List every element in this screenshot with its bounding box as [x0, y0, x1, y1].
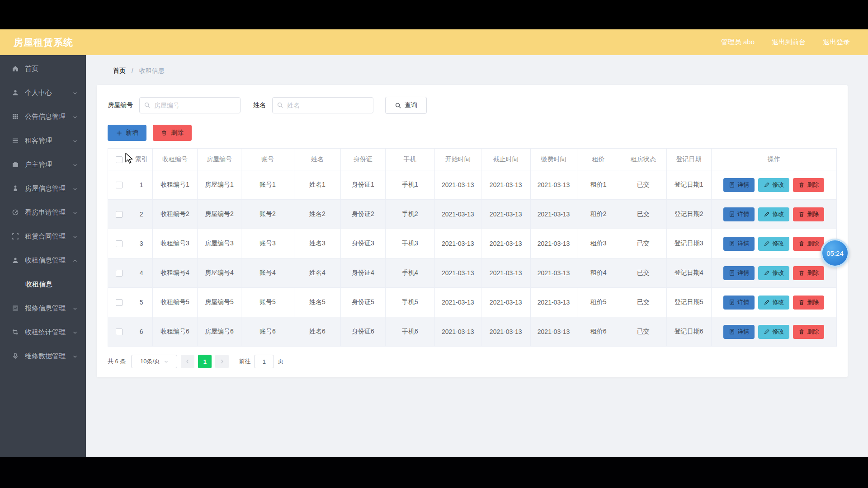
table-cell: 收租编号1	[152, 170, 197, 200]
gauge-icon	[12, 209, 19, 216]
table-row: 6收租编号6房屋编号6账号6姓名6身份证6手机62021-03-132021-0…	[108, 317, 837, 347]
edit-button[interactable]: 修改	[758, 207, 789, 221]
row-checkbox[interactable]	[116, 240, 123, 247]
sidebar-item[interactable]: 首页	[0, 57, 86, 81]
row-checkbox[interactable]	[116, 182, 123, 188]
row-checkbox[interactable]	[116, 270, 123, 277]
edit-button[interactable]: 修改	[758, 266, 789, 280]
sidebar-item-label: 收租信息管理	[25, 256, 66, 265]
row-delete-button[interactable]: 删除	[793, 325, 824, 339]
table-cell: 2	[130, 200, 152, 229]
column-header: 操作	[711, 149, 836, 170]
next-page-button[interactable]	[215, 355, 229, 368]
sidebar-item[interactable]: 收租信息管理	[0, 249, 86, 272]
row-delete-button[interactable]: 删除	[793, 178, 824, 192]
edit-button[interactable]: 修改	[758, 178, 789, 192]
table-cell: 2021-03-13	[434, 229, 481, 258]
row-delete-button[interactable]: 删除	[793, 207, 824, 221]
sidebar-subitem-active[interactable]: 收租信息	[0, 272, 86, 296]
row-delete-button[interactable]: 删除	[793, 296, 824, 310]
column-header: 收租编号	[152, 149, 197, 170]
detail-button[interactable]: 详情	[723, 296, 755, 310]
prev-page-button[interactable]	[181, 355, 194, 368]
detail-button[interactable]: 详情	[723, 178, 755, 192]
sidebar-item[interactable]: 收租统计管理	[0, 320, 86, 344]
table-cell: 登记日期6	[666, 317, 711, 347]
briefcase-icon	[12, 161, 19, 169]
row-delete-button[interactable]: 删除	[793, 237, 824, 251]
table-cell: 身份证5	[340, 288, 385, 317]
action-label: 修改	[772, 328, 784, 336]
action-label: 修改	[772, 298, 784, 306]
page-number-button[interactable]: 1	[198, 355, 212, 368]
table-cell: 账号4	[241, 258, 294, 288]
table-cell: 2021-03-13	[434, 317, 481, 347]
sidebar-item[interactable]: 公告信息管理	[0, 105, 86, 129]
add-button[interactable]: 新增	[108, 125, 146, 141]
row-checkbox[interactable]	[116, 328, 123, 335]
sidebar-item[interactable]: 租赁合同管理	[0, 225, 86, 249]
table-cell: 1	[130, 170, 152, 200]
action-label: 删除	[807, 328, 819, 336]
select-all-checkbox[interactable]	[116, 156, 123, 163]
table-cell: 2021-03-13	[530, 170, 577, 200]
table-cell: 收租编号5	[152, 288, 197, 317]
header-link-logout[interactable]: 退出登录	[823, 38, 850, 47]
sidebar-item-label: 收租信息	[25, 280, 52, 289]
sidebar-item[interactable]: 租客管理	[0, 129, 86, 153]
chevron-down-icon	[72, 306, 78, 311]
header-link-front[interactable]: 退出到前台	[772, 38, 806, 47]
sidebar-item[interactable]: 房屋信息管理	[0, 177, 86, 201]
sidebar-item-label: 个人中心	[25, 89, 52, 97]
detail-button[interactable]: 详情	[723, 266, 755, 280]
table-cell: 姓名1	[294, 170, 340, 200]
detail-button[interactable]: 详情	[723, 207, 755, 221]
page-size-select[interactable]: 10条/页	[131, 355, 177, 368]
table-cell: 租价4	[577, 258, 620, 288]
breadcrumb-home[interactable]: 首页	[113, 67, 126, 74]
chevron-down-icon	[72, 210, 78, 216]
goto-page-input[interactable]	[254, 355, 274, 368]
trash-icon	[798, 270, 805, 276]
row-actions: 详情修改删除	[711, 288, 836, 317]
sidebar-item[interactable]: 维修数据管理	[0, 344, 86, 368]
name-input[interactable]	[272, 97, 373, 113]
table-cell: 房屋编号3	[197, 229, 241, 258]
table-cell: 已交	[620, 200, 666, 229]
detail-button[interactable]: 详情	[723, 237, 755, 251]
chevron-up-icon	[72, 258, 78, 263]
sidebar-item[interactable]: 报修信息管理	[0, 296, 86, 320]
edit-button[interactable]: 修改	[758, 296, 789, 310]
sidebar-item[interactable]: 看房申请管理	[0, 201, 86, 225]
house-no-input[interactable]	[139, 97, 241, 113]
table-cell: 身份证4	[340, 258, 385, 288]
row-checkbox[interactable]	[116, 299, 123, 306]
sidebar-item[interactable]: 个人中心	[0, 81, 86, 105]
table-cell: 2021-03-13	[481, 317, 530, 347]
sidebar-item-label: 租赁合同管理	[25, 232, 66, 241]
table-cell: 账号5	[241, 288, 294, 317]
doc-icon	[729, 299, 735, 305]
table-cell: 姓名5	[294, 288, 340, 317]
delete-button[interactable]: 删除	[153, 125, 192, 141]
table-cell: 6	[130, 317, 152, 347]
detail-button[interactable]: 详情	[723, 325, 755, 339]
edit-button[interactable]: 修改	[758, 325, 789, 339]
edit-button[interactable]: 修改	[758, 237, 789, 251]
table-cell: 租价1	[577, 170, 620, 200]
table-cell: 收租编号4	[152, 258, 197, 288]
action-label: 详情	[737, 181, 749, 189]
name-label: 姓名	[253, 101, 266, 109]
chevron-down-icon	[72, 90, 78, 96]
doc-icon	[729, 182, 735, 188]
query-button[interactable]: 查询	[385, 97, 427, 114]
row-checkbox[interactable]	[116, 211, 123, 218]
row-delete-button[interactable]: 删除	[793, 266, 824, 280]
sidebar-item-label: 看房申请管理	[25, 208, 66, 217]
mic-icon	[12, 352, 19, 360]
screen-timer-badge[interactable]: 05:24	[821, 239, 849, 267]
header-link-admin[interactable]: 管理员 abo	[721, 38, 755, 47]
table-cell: 2021-03-13	[530, 229, 577, 258]
sidebar-item[interactable]: 户主管理	[0, 153, 86, 177]
column-header: 开始时间	[434, 149, 481, 170]
